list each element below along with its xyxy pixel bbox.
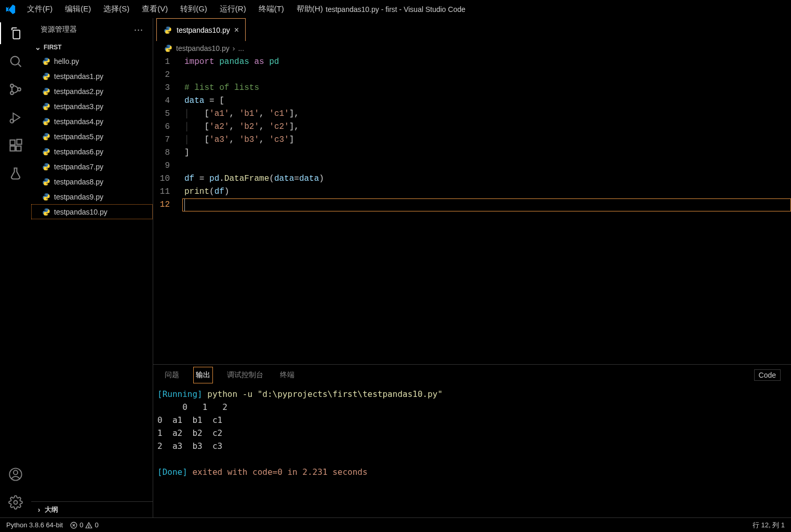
- output-header-row: 0 1 2: [157, 402, 227, 412]
- status-problems[interactable]: 0 0: [70, 521, 98, 529]
- file-name: testpandas3.py: [54, 102, 103, 111]
- source-control-icon[interactable]: [7, 81, 24, 98]
- file-name: testpandas9.py: [54, 193, 103, 201]
- sidebar-header: 资源管理器 ···: [31, 18, 153, 41]
- search-icon[interactable]: [7, 52, 24, 70]
- menu-help[interactable]: 帮助(H): [291, 2, 328, 16]
- file-name: testpandas10.py: [54, 208, 108, 216]
- panel-tab-terminal[interactable]: 终端: [279, 368, 296, 382]
- file-item[interactable]: testpandas1.py: [31, 69, 153, 84]
- python-file-icon: [42, 207, 51, 217]
- menu-file[interactable]: 文件(F): [22, 2, 58, 16]
- file-item[interactable]: testpandas2.py: [31, 84, 153, 99]
- sidebar-title: 资源管理器: [41, 25, 134, 34]
- activity-bar: [0, 18, 31, 517]
- python-file-icon: [42, 192, 51, 202]
- explorer-icon[interactable]: [7, 24, 24, 42]
- bottom-panel: 问题 输出 调试控制台 终端 Code [Running] python -u …: [153, 364, 791, 517]
- output-row: 1 a2 b2 c2: [157, 427, 787, 440]
- file-item[interactable]: testpandas4.py: [31, 114, 153, 129]
- file-item[interactable]: testpandas5.py: [31, 129, 153, 144]
- run-debug-icon[interactable]: [7, 109, 24, 126]
- status-warnings-count: 0: [95, 521, 98, 529]
- explorer-sidebar: 资源管理器 ··· ⌄ FIRST hello.pytestpandas1.py…: [31, 18, 153, 517]
- status-python[interactable]: Python 3.8.6 64-bit: [6, 521, 63, 529]
- output-body[interactable]: [Running] python -u "d:\pyprojects\first…: [153, 385, 791, 517]
- menu-terminal[interactable]: 终端(T): [253, 2, 289, 16]
- svg-point-12: [14, 470, 18, 474]
- tab-label: testpandas10.py: [177, 26, 230, 34]
- python-file-icon: [42, 72, 51, 81]
- window-title: testpandas10.py - first - Visual Studio …: [326, 5, 465, 14]
- file-item[interactable]: testpandas7.py: [31, 159, 153, 174]
- status-bar: Python 3.8.6 64-bit 0 0 行 12, 列 1: [0, 517, 791, 532]
- svg-line-1: [18, 64, 21, 66]
- tab-testpandas10[interactable]: testpandas10.py ×: [156, 18, 246, 41]
- file-item[interactable]: testpandas10.py: [31, 204, 153, 219]
- svg-point-13: [14, 501, 18, 504]
- vscode-logo-icon: [4, 3, 17, 16]
- breadcrumb[interactable]: testpandas10.py › ...: [153, 41, 791, 56]
- file-item[interactable]: testpandas9.py: [31, 189, 153, 204]
- menu-go[interactable]: 转到(G): [175, 2, 212, 16]
- output-channel-dropdown[interactable]: Code: [754, 369, 781, 381]
- menu-edit[interactable]: 编辑(E): [60, 2, 96, 16]
- chevron-right-icon: ›: [35, 506, 43, 514]
- output-running-label: [Running]: [157, 389, 203, 399]
- svg-marker-5: [13, 113, 20, 122]
- close-icon[interactable]: ×: [234, 25, 239, 35]
- extensions-icon[interactable]: [7, 137, 24, 154]
- testing-icon[interactable]: [7, 165, 24, 182]
- sidebar-outline-header[interactable]: › 大纲: [31, 501, 153, 517]
- panel-tab-output[interactable]: 输出: [195, 368, 211, 382]
- panel-tab-debug[interactable]: 调试控制台: [226, 368, 264, 382]
- svg-point-18: [89, 526, 89, 527]
- breadcrumb-more: ...: [238, 44, 244, 52]
- status-cursor-position[interactable]: 行 12, 列 1: [753, 521, 785, 530]
- output-done-msg: exited with code=0 in 2.231 seconds: [187, 467, 368, 477]
- svg-rect-10: [17, 139, 21, 144]
- account-icon[interactable]: [7, 466, 24, 483]
- file-item[interactable]: testpandas3.py: [31, 99, 153, 114]
- panel-tabs: 问题 输出 调试控制台 终端 Code: [153, 365, 791, 385]
- file-list: hello.pytestpandas1.pytestpandas2.pytest…: [31, 54, 153, 501]
- title-bar: 文件(F) 编辑(E) 选择(S) 查看(V) 转到(G) 运行(R) 终端(T…: [0, 0, 791, 18]
- python-file-icon: [42, 177, 51, 187]
- file-name: testpandas8.py: [54, 178, 103, 186]
- file-item[interactable]: hello.py: [31, 54, 153, 69]
- file-name: hello.py: [54, 57, 79, 65]
- settings-gear-icon[interactable]: [7, 494, 24, 511]
- output-row: 0 a1 b1 c1: [157, 414, 787, 427]
- panel-tab-problems[interactable]: 问题: [164, 368, 180, 382]
- code-lines[interactable]: import pandas as pd # list of lists data…: [182, 56, 791, 364]
- file-name: testpandas2.py: [54, 87, 103, 96]
- svg-rect-7: [10, 140, 15, 145]
- menu-run[interactable]: 运行(R): [214, 2, 251, 16]
- output-done-label: [Done]: [157, 467, 187, 477]
- sidebar-outline-label: 大纲: [45, 505, 58, 514]
- file-name: testpandas4.py: [54, 117, 103, 126]
- chevron-down-icon: ⌄: [34, 43, 42, 51]
- output-row: 2 a3 b3 c3: [157, 440, 787, 453]
- output-running-cmd: python -u "d:\pyprojects\first\testpanda…: [203, 389, 443, 399]
- svg-point-2: [10, 84, 14, 87]
- python-file-icon: [42, 117, 51, 126]
- breadcrumb-file: testpandas10.py: [176, 44, 230, 52]
- menu-select[interactable]: 选择(S): [98, 2, 135, 16]
- python-file-icon: [42, 132, 51, 141]
- python-file-icon: [42, 87, 51, 96]
- code-editor[interactable]: 123456789101112 import pandas as pd # li…: [153, 56, 791, 364]
- file-name: testpandas1.py: [54, 72, 103, 81]
- file-item[interactable]: testpandas8.py: [31, 174, 153, 189]
- file-item[interactable]: testpandas6.py: [31, 144, 153, 159]
- python-file-icon: [163, 25, 172, 35]
- editor-area: testpandas10.py × testpandas10.py › ... …: [153, 18, 791, 517]
- menu-view[interactable]: 查看(V): [137, 2, 173, 16]
- svg-point-3: [10, 91, 14, 95]
- sidebar-folder-header[interactable]: ⌄ FIRST: [31, 41, 153, 54]
- python-file-icon: [42, 147, 51, 156]
- python-file-icon: [164, 44, 173, 53]
- svg-point-0: [11, 57, 19, 65]
- sidebar-more-icon[interactable]: ···: [134, 24, 143, 35]
- editor-tabs: testpandas10.py ×: [153, 18, 791, 41]
